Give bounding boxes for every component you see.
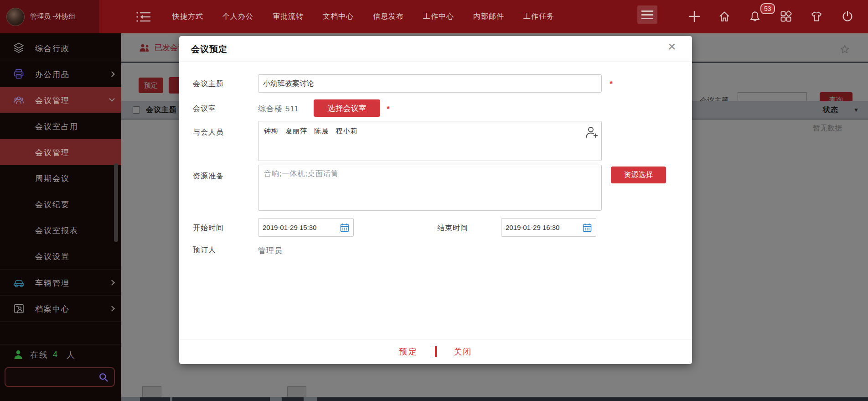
select-room-button[interactable]: 选择会议室 (314, 99, 380, 117)
menu-item-shortcuts[interactable]: 快捷方式 (172, 12, 203, 21)
add-icon[interactable] (688, 10, 701, 23)
sidebar: 综合行政 办公用品 会议管理 会议室占用 会议管理 周期会议 会议纪要 (0, 33, 121, 401)
power-logout-icon[interactable] (841, 10, 854, 23)
sidebar-scrollbar[interactable] (114, 163, 118, 242)
close-dialog-button[interactable]: 关闭 (454, 346, 472, 357)
menu-item-document-center[interactable]: 文档中心 (323, 12, 354, 21)
start-time-label: 开始时间 (193, 224, 224, 233)
end-time-label: 结束时间 (437, 224, 468, 233)
sidebar-subitem-meeting-settings[interactable]: 会议设置 (0, 243, 121, 269)
archive-card-icon (13, 302, 25, 314)
search-icon[interactable] (98, 372, 108, 382)
home-icon[interactable] (718, 10, 731, 23)
attendees-box[interactable]: 钟梅 夏丽萍 陈晨 程小莉 (258, 121, 602, 161)
online-label: 在线 (30, 349, 48, 360)
printer-icon (13, 68, 25, 80)
avatar[interactable] (6, 8, 25, 26)
meeting-people-icon (13, 94, 25, 106)
sidebar-item-general-admin[interactable]: 综合行政 (0, 35, 121, 61)
footer-divider (435, 346, 437, 357)
meeting-reservation-dialog: 会议预定 × 会议主题 * 会议室 综合楼 511 选择会议室 * 与会人员 钟… (179, 36, 692, 364)
booker-label: 预订人 (193, 245, 216, 255)
resource-textarea[interactable]: 音响;一体机;桌面话筒 (258, 165, 602, 211)
chevron-down-icon (109, 96, 115, 102)
car-icon (13, 276, 25, 288)
hamburger-menu-icon[interactable] (637, 5, 657, 24)
sidebar-subitem-meeting-minutes[interactable]: 会议纪要 (0, 191, 121, 217)
calendar-icon[interactable] (582, 223, 592, 233)
top-navbar: 管理员 -外协组 快捷方式 个人办公 审批流转 文档中心 信息发布 工作中心 内… (0, 0, 868, 33)
sidebar-item-meeting-management[interactable]: 会议管理 (0, 87, 121, 113)
user-name: 管理员 -外协组 (30, 12, 75, 21)
attendees-names: 钟梅 夏丽萍 陈晨 程小莉 (264, 127, 358, 135)
menu-item-info-publish[interactable]: 信息发布 (373, 12, 404, 21)
sidebar-subitem-meeting-management[interactable]: 会议管理 (0, 139, 121, 165)
sidebar-subitem-room-reports[interactable]: 会议室报表 (0, 217, 121, 243)
sidebar-collapse-icon[interactable] (136, 10, 151, 23)
user-area[interactable]: 管理员 -外协组 (0, 0, 99, 33)
calendar-icon[interactable] (340, 223, 350, 233)
menu-item-personal-office[interactable]: 个人办公 (222, 12, 253, 21)
menu-item-work-tasks[interactable]: 工作任务 (523, 12, 554, 21)
sidebar-subitem-room-occupancy[interactable]: 会议室占用 (0, 113, 121, 139)
sidebar-search-box (5, 367, 115, 387)
required-asterisk: * (610, 79, 613, 89)
sidebar-item-vehicle-management[interactable]: 车辆管理 (0, 270, 121, 296)
menu-item-work-center[interactable]: 工作中心 (423, 12, 454, 21)
chevron-right-icon (109, 71, 115, 77)
online-unit: 人 (67, 349, 76, 360)
dialog-title: 会议预定 (191, 43, 227, 55)
layers-icon (13, 42, 25, 54)
online-status: 在线 4 人 (0, 344, 121, 365)
room-label: 会议室 (193, 104, 216, 114)
menu-item-internal-mail[interactable]: 内部邮件 (473, 12, 504, 21)
apps-grid-icon[interactable] (780, 10, 792, 23)
sidebar-item-archive-center[interactable]: 档案中心 (0, 296, 121, 322)
main-menu: 快捷方式 个人办公 审批流转 文档中心 信息发布 工作中心 内部邮件 工作任务 (172, 0, 554, 33)
online-count: 4 (53, 350, 57, 359)
meeting-submenu: 会议室占用 会议管理 周期会议 会议纪要 会议室报表 会议设置 (0, 113, 121, 270)
sidebar-search-input[interactable] (10, 370, 97, 384)
online-person-icon (14, 350, 23, 359)
room-value: 综合楼 511 (258, 104, 299, 114)
required-asterisk: * (387, 104, 390, 114)
sidebar-subitem-periodic-meetings[interactable]: 周期会议 (0, 165, 121, 191)
select-resource-button[interactable]: 资源选择 (611, 167, 666, 183)
theme-shirt-icon[interactable] (810, 10, 823, 23)
booker-value: 管理员 (258, 245, 283, 256)
menu-item-approval-flow[interactable]: 审批流转 (273, 12, 304, 21)
sidebar-item-office-supplies[interactable]: 办公用品 (0, 61, 121, 87)
subject-input[interactable] (258, 74, 602, 93)
notifications-bell-icon[interactable] (749, 10, 761, 23)
submit-reserve-button[interactable]: 预定 (399, 346, 418, 357)
subject-label: 会议主题 (193, 79, 224, 89)
add-person-icon[interactable] (585, 125, 599, 139)
resource-label: 资源准备 (193, 172, 224, 181)
chevron-right-icon (109, 306, 115, 312)
close-icon[interactable]: × (668, 40, 676, 53)
dialog-footer: 预定 关闭 (179, 339, 692, 364)
attendees-label: 与会人员 (193, 128, 224, 137)
chevron-right-icon (109, 280, 115, 286)
notification-count-badge: 53 (760, 3, 775, 14)
